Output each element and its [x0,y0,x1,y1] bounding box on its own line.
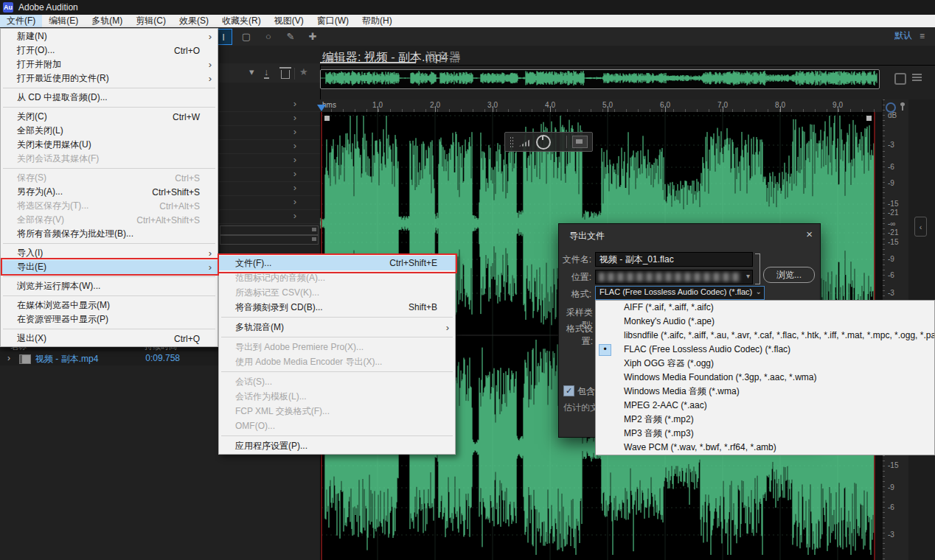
file-menu-item-9[interactable]: 关闭未使用媒体(U) [1,138,218,152]
file-menu-item-8[interactable]: 全部关闭(L) [1,124,218,138]
panel-list-box[interactable] [220,225,319,235]
format-option-6[interactable]: Windows Media 音频 (*.wma) [596,385,934,399]
file-menu-item-1[interactable]: 打开(O)...Ctrl+O [1,43,218,57]
location-input[interactable]: ▾ [595,270,753,284]
file-menu-item-12[interactable]: 保存(S)Ctrl+S [1,171,218,185]
menubar-item-2[interactable]: 编辑(E) [42,15,85,27]
file-menu-item-24[interactable]: 在资源管理器中显示(P) [1,312,218,326]
panel-collapse-handle[interactable]: ‹ [914,217,927,237]
panel-row[interactable]: › [218,195,320,210]
file-menu-item-15[interactable]: 全部保存(V)Ctrl+Alt+Shift+S [1,213,218,227]
export-submenu-item-5[interactable]: 多轨混音(M)› [219,320,455,335]
location-dropdown-icon[interactable]: ▾ [746,272,750,280]
export-submenu-item-2[interactable]: 所选标记至 CSV(K)... [219,285,455,300]
file-menu-separator [1,85,218,91]
panel-row[interactable]: › [218,139,320,154]
format-option-label: MP2 音频 (*.mp2) [624,414,694,424]
format-option-10[interactable]: Wave PCM (*.wav, *.bwf, *.rf64, *.amb) [596,441,934,455]
export-submenu-item-1[interactable]: 范围标记内的音频(A)... [219,270,455,285]
menubar-item-7[interactable]: 视图(V) [268,15,310,27]
export-submenu-item-12[interactable]: FCP XML 交换格式(F)... [219,404,455,419]
file-menu-item-18[interactable]: 导入(I)› [1,246,218,260]
format-option-3[interactable]: •FLAC (Free Lossless Audio Codec) (*.fla… [596,343,934,357]
include-markers-checkbox[interactable]: ✓ [563,385,574,396]
playhead-marker[interactable] [317,105,326,111]
file-menu-item-2[interactable]: 打开并附加› [1,57,218,71]
format-option-8[interactable]: MP2 音频 (*.mp2) [596,413,934,427]
hud-settings-button[interactable] [572,136,588,148]
file-menu-item-23[interactable]: 在媒体浏览器中显示(M) [1,298,218,312]
menubar-item-1[interactable]: 文件(F) [0,15,42,27]
panel-row[interactable]: › [218,181,320,196]
format-option-1[interactable]: Monkey's Audio (*.ape) [596,315,934,329]
zoom-settings-icon[interactable] [894,73,906,85]
format-option-7[interactable]: MPEG 2-AAC (*.aac) [596,399,934,413]
export-submenu-item-0[interactable]: 文件(F)...Ctrl+Shift+E [219,256,455,270]
panel-row[interactable]: › [218,97,320,112]
file-menu-item-14[interactable]: 将选区保存为(T)...Ctrl+Alt+S [1,199,218,213]
db-scale-label: -∞ [888,220,895,228]
format-option-4[interactable]: Xiph OGG 容器 (*.ogg) [596,357,934,371]
menubar-item-5[interactable]: 效果(S) [173,15,215,27]
panel-row[interactable]: › [218,125,320,140]
menubar-item-9[interactable]: 帮助(H) [355,15,399,27]
format-option-0[interactable]: AIFF (*.aif, *.aiff, *.aifc) [596,301,934,315]
menubar-item-4[interactable]: 剪辑(C) [129,15,173,27]
filename-input[interactable]: 视频 - 副本_01.flac [595,252,753,267]
list-menu-icon[interactable] [912,74,922,82]
file-menu-item-13[interactable]: 另存为(A)...Ctrl+Shift+S [1,185,218,199]
export-submenu-item-15[interactable]: 应用程序设置(P)... [219,438,455,453]
menubar-item-3[interactable]: 多轨(M) [85,15,129,27]
panel-list-box[interactable] [220,235,319,245]
trash-icon[interactable] [281,70,290,79]
lasso-selection-tool-icon[interactable]: ○ [260,29,277,43]
panel-row[interactable]: › [218,167,320,182]
pin-icon[interactable] [902,102,903,111]
timeline-ruler[interactable]: hms 1.02.03.04.05.06.07.08.09.0 [320,99,882,113]
file-menu-item-26[interactable]: 退出(X)Ctrl+Q [1,332,218,346]
workspace-switcher[interactable]: 默认 ≡ [894,29,925,42]
file-menu-item-19[interactable]: 导出(E)› [1,260,218,274]
hud-grip-icon[interactable] [510,136,514,147]
file-menu-item-0[interactable]: 新建(N)› [1,29,218,43]
file-menu-item-label: 关闭未使用媒体(U) [17,139,91,151]
favorite-star-icon[interactable]: ★ [299,66,308,77]
close-icon[interactable]: × [806,228,813,240]
import-file-icon[interactable]: ↓ [264,66,269,79]
file-menu-item-10[interactable]: 关闭会话及其媒体(F) [1,152,218,166]
menubar-item-6[interactable]: 收藏夹(R) [215,15,268,27]
workspace-menu-icon[interactable]: ≡ [920,31,925,41]
paintbrush-selection-tool-icon[interactable]: ✎ [282,29,299,43]
export-submenu-item-11[interactable]: 会话作为模板(L)... [219,389,455,404]
panel-row[interactable]: › [218,153,320,168]
file-menu-item-16[interactable]: 将所有音频保存为批处理(B)... [1,227,218,241]
file-menu-item-5[interactable]: 从 CD 中提取音频(D)... [1,91,218,105]
panel-row[interactable]: › [218,209,320,224]
export-submenu-item-10[interactable]: 会话(S)... [219,374,455,389]
tab-mixer[interactable]: 混音器 [425,50,461,66]
browse-button[interactable]: 浏览... [763,267,815,283]
overview-scroll-strip[interactable] [320,69,880,89]
format-option-9[interactable]: MP3 音频 (*.mp3) [596,427,934,441]
expand-chevron-icon[interactable]: › [7,353,10,363]
export-submenu-item-7[interactable]: 导出到 Adobe Premiere Pro(X)... [219,340,455,354]
file-menu-item-7[interactable]: 关闭(C)Ctrl+W [1,110,218,124]
format-option-2[interactable]: libsndfile (*.aifc, *.aiff, *.au, *.avr,… [596,329,934,343]
export-submenu-item-3[interactable]: 将音频刻录到 CD(B)...Shift+B [219,300,455,315]
menubar-item-8[interactable]: 窗口(W) [310,15,355,27]
format-option-5[interactable]: Windows Media Foundation (*.3gp, *.aac, … [596,371,934,385]
file-menu-item-21[interactable]: 浏览并运行脚本(W)... [1,279,218,293]
chevron-down-icon[interactable]: ▾ [249,66,254,77]
export-submenu-item-8[interactable]: 使用 Adobe Media Encoder 导出(X)... [219,354,455,369]
format-option-label: FLAC (Free Lossless Audio Codec) (*.flac… [624,344,790,354]
spot-healing-brush-tool-icon[interactable]: ✚ [305,29,321,43]
export-submenu-item-13[interactable]: OMF(O)... [219,419,455,433]
file-menu-item-3[interactable]: 打开最近使用的文件(R)› [1,71,218,85]
volume-hud[interactable] [504,132,593,152]
volume-knob[interactable] [536,135,551,150]
export-submenu-separator [219,369,455,374]
marquee-selection-tool-icon[interactable]: ▢ [238,29,254,43]
loop-playback-icon[interactable] [886,102,896,113]
panel-row[interactable]: › [218,111,320,126]
format-dropdown[interactable]: FLAC (Free Lossless Audio Codec) (*.flac… [595,286,765,300]
